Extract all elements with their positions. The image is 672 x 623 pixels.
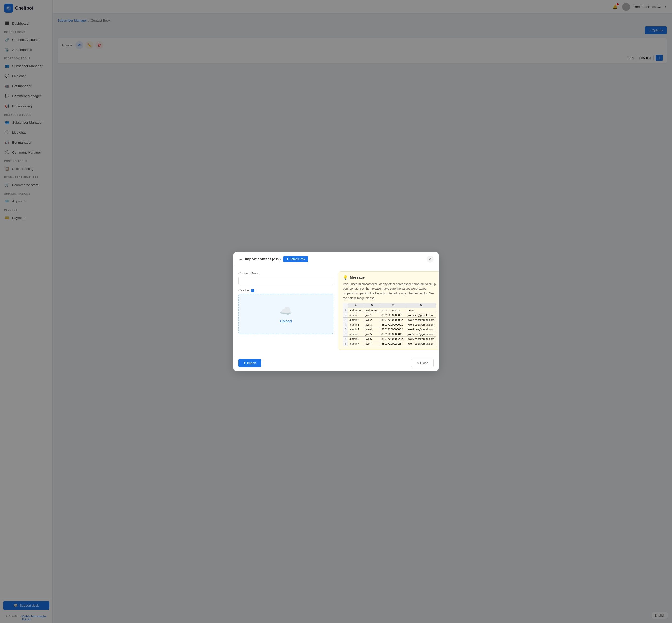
close-button[interactable]: ✕ Close [411,359,434,367]
csv-cell-r3-c0: 4 [343,322,348,327]
csv-cell-r3-c4: jwel3.cse@gmail.com [406,322,436,327]
col-a: A [348,303,364,308]
upload-label: Upload [280,319,292,323]
csv-cell-r3-c2: jwel3 [364,322,380,327]
upload-area[interactable]: ☁️ Upload [238,294,334,334]
modal-title-row: ☁ Import contact (csv) ⬇ Sample csv [238,256,308,262]
csv-cell-r1-c2: jwel1 [364,313,380,318]
csv-cell-r5-c4: jwel5.cse@gmail.com [406,332,436,336]
csv-cell-r6-c3: 880172000002326 [380,336,406,341]
message-box-text: If you used microsoft excel or any other… [343,282,436,300]
csv-cell-r1-c1: alamin [348,313,364,318]
csv-cell-r0-c1: first_name [348,308,364,313]
csv-cell-r3-c3: 88017200000001 [380,322,406,327]
csv-cell-r7-c0: 8 [343,341,348,346]
contact-group-label: Contact Group [238,271,334,275]
csv-info-icon[interactable]: i [251,289,254,293]
col-d: D [406,303,436,308]
csv-cell-r5-c1: alamin5 [348,332,364,336]
csv-cell-r6-c2: jwel6 [364,336,380,341]
csv-table-row: 2alaminjwel188017200000001jwel.cse@gmail… [343,313,436,318]
contact-group-input[interactable] [238,277,334,285]
csv-cell-r6-c1: alamin6 [348,336,364,341]
csv-cell-r2-c4: jwel2.cse@gmail.com [406,318,436,322]
import-csv-modal: ☁ Import contact (csv) ⬇ Sample csv ✕ Co… [233,252,439,371]
csv-table-row: 7alamin6jwel6880172000002326jwel6.cse@gm… [343,336,436,341]
csv-cell-r3-c1: alamin3 [348,322,364,327]
csv-cell-r1-c0: 2 [343,313,348,318]
csv-table-row: 8alamin7jwel788017200024237jwel7.cse@gma… [343,341,436,346]
col-c: C [380,303,406,308]
message-box: 💡 Message If you used microsoft excel or… [338,271,439,350]
csv-table-row: 1first_namelast_namephone_numberemail [343,308,436,313]
upload-cloud-icon: ☁️ [280,305,292,317]
csv-cell-r5-c2: jwel5 [364,332,380,336]
csv-table-row: 6alamin5jwel588017200000011jwel5.cse@gma… [343,332,436,336]
csv-table-row: 5alamin4jwel488017200000002jwel4.cse@gma… [343,327,436,332]
csv-cell-r4-c1: alamin4 [348,327,364,332]
upload-cloud-icon: ☁ [238,257,242,261]
csv-cell-r7-c4: jwel7.cse@gmail.com [406,341,436,346]
modal-close-button[interactable]: ✕ [427,256,434,263]
col-empty [343,303,348,308]
import-button[interactable]: ⬆ Import [238,359,261,367]
csv-cell-r2-c0: 3 [343,318,348,322]
csv-cell-r4-c3: 88017200000002 [380,327,406,332]
csv-cell-r4-c4: jwel4.cse@gmail.com [406,327,436,332]
bulb-icon: 💡 [343,275,348,280]
csv-cell-r4-c0: 5 [343,327,348,332]
modal-title: Import contact (csv) [245,257,281,261]
csv-table-row: 3alamin2jwel288017200000002jwel2.cse@gma… [343,318,436,322]
modal-header: ☁ Import contact (csv) ⬇ Sample csv ✕ [233,252,439,266]
message-box-header: 💡 Message [343,275,436,280]
modal-right: 💡 Message If you used microsoft excel or… [338,271,439,350]
modal-body: Contact Group Csv file i ☁️ Upload 💡 Mes… [233,266,439,355]
csv-cell-r6-c0: 7 [343,336,348,341]
csv-table-row: 4alamin3jwel388017200000001jwel3.cse@gma… [343,322,436,327]
csv-cell-r0-c3: phone_number [380,308,406,313]
csv-cell-r0-c0: 1 [343,308,348,313]
csv-preview-table: A B C D 1first_namelast_namephone_number… [343,303,436,346]
csv-cell-r7-c2: jwel7 [364,341,380,346]
message-box-title: Message [350,275,365,279]
csv-cell-r0-c2: last_name [364,308,380,313]
csv-cell-r1-c4: jwel.cse@gmail.com [406,313,436,318]
col-b: B [364,303,380,308]
csv-cell-r4-c2: jwel4 [364,327,380,332]
modal-overlay[interactable]: ☁ Import contact (csv) ⬇ Sample csv ✕ Co… [0,0,672,623]
modal-left: Contact Group Csv file i ☁️ Upload [238,271,334,350]
modal-footer: ⬆ Import ✕ Close [233,355,439,371]
csv-cell-r5-c0: 6 [343,332,348,336]
csv-cell-r0-c4: email [406,308,436,313]
csv-cell-r2-c1: alamin2 [348,318,364,322]
csv-file-label: Csv file i [238,289,334,293]
csv-cell-r6-c4: jwel6.cse@gmail.com [406,336,436,341]
csv-cell-r7-c1: alamin7 [348,341,364,346]
csv-cell-r2-c2: jwel2 [364,318,380,322]
csv-cell-r1-c3: 88017200000001 [380,313,406,318]
csv-cell-r5-c3: 88017200000011 [380,332,406,336]
csv-cell-r7-c3: 88017200024237 [380,341,406,346]
csv-cell-r2-c3: 88017200000002 [380,318,406,322]
sample-csv-button[interactable]: ⬇ Sample csv [283,256,308,262]
